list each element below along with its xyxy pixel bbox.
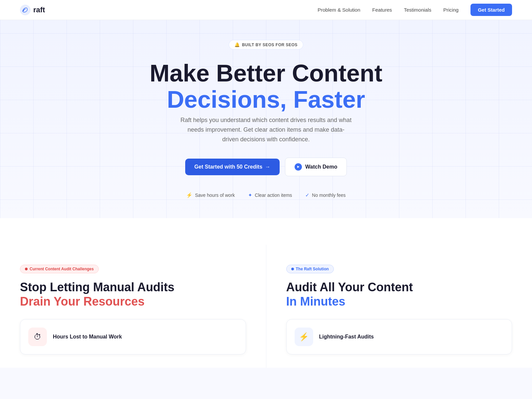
- problem-badge: Current Content Audit Challenges: [20, 265, 99, 273]
- problem-card-text: Hours Lost to Manual Work: [53, 334, 122, 340]
- watch-demo-button[interactable]: ▶ Watch Demo: [285, 158, 347, 176]
- feature-save-hours: ⚡ Save hours of work: [186, 192, 235, 198]
- lightning-fast-icon: ⚡: [299, 332, 309, 341]
- solution-card: ⚡ Lightning-Fast Audits: [286, 319, 512, 354]
- solution-badge: The Raft Solution: [286, 265, 334, 273]
- feature-no-fees: ✓ No monthly fees: [305, 192, 345, 198]
- problem-card-title: Hours Lost to Manual Work: [53, 334, 122, 340]
- hero-section: 🔔 BUILT BY SEOS FOR SEOS Make Better Con…: [0, 0, 532, 218]
- feature-save-hours-label: Save hours of work: [195, 193, 235, 198]
- nav-link-features[interactable]: Features: [372, 7, 392, 13]
- get-started-button[interactable]: Get Started with 50 Credits →: [185, 159, 280, 175]
- problem-badge-text: Current Content Audit Challenges: [30, 267, 94, 271]
- hero-features: ⚡ Save hours of work ✦ Clear action item…: [0, 192, 532, 198]
- feature-no-fees-label: No monthly fees: [312, 193, 345, 198]
- solution-section: The Raft Solution Audit All Your Content…: [266, 245, 532, 368]
- feature-clear-action: ✦ Clear action items: [248, 192, 292, 198]
- star-icon: ✦: [248, 192, 252, 198]
- solution-badge-text: The Raft Solution: [296, 267, 329, 271]
- svg-point-0: [20, 5, 31, 15]
- solution-card-icon-wrap: ⚡: [295, 328, 313, 346]
- problem-title-line1: Stop Letting Manual Audits: [20, 280, 175, 294]
- solution-card-title: Lightning-Fast Audits: [319, 334, 374, 340]
- logo-icon: [20, 5, 31, 15]
- nav-link-pricing[interactable]: Pricing: [443, 7, 459, 13]
- hero-title-line1: Make Better Content: [150, 60, 382, 86]
- hero-badge-text: BUILT BY SEOS FOR SEOS: [242, 43, 298, 47]
- problem-section: Current Content Audit Challenges Stop Le…: [0, 245, 266, 368]
- solution-card-text: Lightning-Fast Audits: [319, 334, 374, 340]
- problem-card-row: ⏱ Hours Lost to Manual Work: [20, 319, 246, 354]
- logo-link[interactable]: raft: [20, 5, 45, 15]
- badge-dot-blue: [291, 268, 294, 270]
- feature-clear-action-label: Clear action items: [255, 193, 292, 198]
- solution-title-line2: In Minutes: [286, 295, 345, 308]
- navbar: raft Problem & Solution Features Testimo…: [0, 0, 532, 20]
- arrow-icon: →: [265, 164, 270, 170]
- hero-badge: 🔔 BUILT BY SEOS FOR SEOS: [229, 40, 303, 50]
- hero-title-line2: Decisions, Faster: [167, 86, 365, 113]
- badge-bell-icon: 🔔: [234, 42, 240, 47]
- hero-title: Make Better Content Decisions, Faster: [0, 60, 532, 113]
- problem-card: ⏱ Hours Lost to Manual Work: [20, 319, 246, 354]
- nav-link-testimonials[interactable]: Testimonials: [404, 7, 432, 13]
- lightning-icon: ⚡: [186, 192, 193, 198]
- solution-title-line1: Audit All Your Content: [286, 280, 413, 294]
- svg-point-1: [23, 10, 24, 11]
- problem-title-line2: Drain Your Resources: [20, 295, 145, 308]
- solution-card-row: ⚡ Lightning-Fast Audits: [286, 319, 512, 354]
- check-circle-icon: ✓: [305, 192, 310, 198]
- hero-subtitle: Raft helps you understand which content …: [180, 115, 352, 144]
- nav-get-started-button[interactable]: Get Started: [470, 4, 512, 16]
- solution-title: Audit All Your Content In Minutes: [286, 280, 512, 309]
- clock-icon: ⏱: [34, 332, 42, 341]
- problem-title: Stop Letting Manual Audits Drain Your Re…: [20, 280, 246, 309]
- nav-links: Problem & Solution Features Testimonials…: [318, 4, 512, 16]
- split-section: Current Content Audit Challenges Stop Le…: [0, 218, 532, 368]
- nav-link-problem-solution[interactable]: Problem & Solution: [318, 7, 360, 13]
- play-icon: ▶: [295, 163, 302, 171]
- logo-text: raft: [33, 6, 45, 14]
- hero-buttons: Get Started with 50 Credits → ▶ Watch De…: [0, 158, 532, 176]
- badge-dot-red: [25, 268, 28, 270]
- problem-card-icon-wrap: ⏱: [28, 328, 47, 346]
